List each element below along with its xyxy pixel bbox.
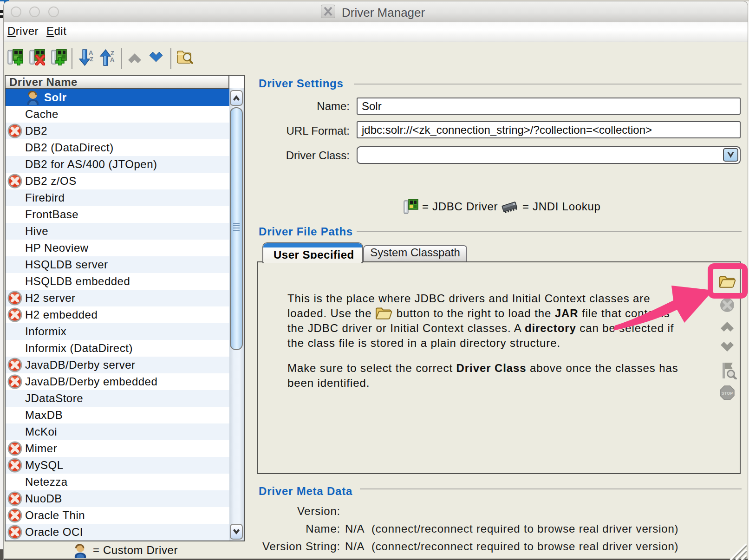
- svg-text:A: A: [89, 49, 93, 56]
- svg-text:A: A: [110, 56, 115, 63]
- svg-text:Z: Z: [90, 56, 93, 63]
- svg-text:Z: Z: [111, 50, 114, 57]
- svg-text:STOP: STOP: [722, 391, 733, 396]
